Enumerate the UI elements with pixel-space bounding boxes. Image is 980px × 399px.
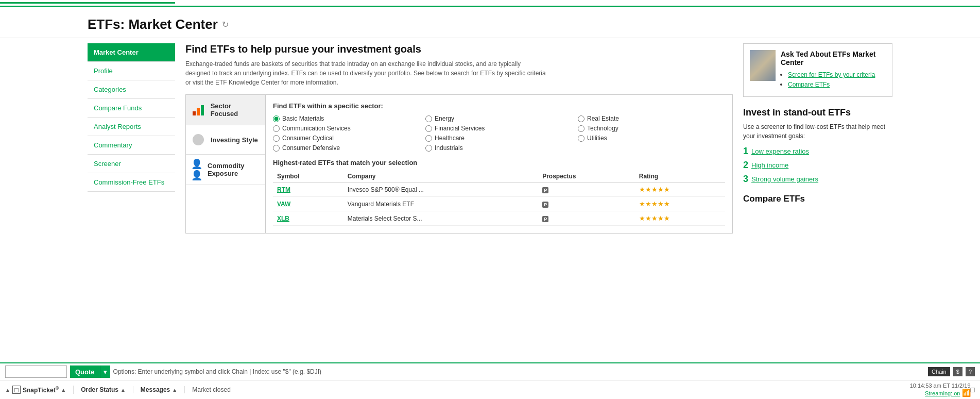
sector-panel-title: Find ETFs within a specific sector:	[273, 102, 725, 110]
etf-box: Sector Focused Investing Style 👤👤 Commod…	[185, 94, 733, 234]
radio-utilities[interactable]: Utilities	[578, 135, 725, 142]
invest-link-low-expense[interactable]: Low expense ratios	[751, 147, 809, 155]
prospectus-icon-xlb[interactable]: P	[542, 216, 548, 222]
people-icon: 👤👤	[191, 158, 202, 181]
radio-label-basic-materials: Basic Materials	[282, 115, 324, 122]
invest-item-3: 3 Strong volume gainers	[743, 174, 892, 185]
sector-focused-icon	[191, 103, 205, 117]
radio-label-real-estate: Real Estate	[587, 115, 619, 122]
radio-input-industrials[interactable]	[425, 145, 432, 152]
radio-label-utilities: Utilities	[587, 135, 607, 142]
radio-label-consumer-defensive: Consumer Defensive	[282, 144, 340, 152]
prospectus-icon-vaw[interactable]: P	[542, 202, 548, 208]
symbol-link-rtm[interactable]: RTM	[277, 186, 290, 193]
sidebar-item-profile[interactable]: Profile	[88, 62, 175, 80]
refresh-icon[interactable]: ↻	[222, 20, 229, 29]
bar-1	[193, 111, 196, 115]
category-list: Sector Focused Investing Style 👤👤 Commod…	[186, 95, 266, 233]
sidebar-item-market-center[interactable]: Market Center	[88, 43, 175, 62]
radio-input-utilities[interactable]	[578, 135, 584, 142]
top-progress-bar	[0, 0, 980, 7]
radio-label-communication-services: Communication Services	[282, 125, 351, 132]
bar-3	[201, 105, 204, 115]
sidebar-item-commentary[interactable]: Commentary	[88, 136, 175, 155]
col-symbol: Symbol	[273, 171, 343, 182]
highest-rated-title: Highest-rated ETFs that match your selec…	[273, 159, 725, 167]
etf-table-header: Symbol Company Prospectus Rating	[273, 171, 725, 182]
category-item-investing-style[interactable]: Investing Style	[186, 125, 265, 155]
ask-ted-content: Ask Ted About ETFs Market Center Screen …	[781, 50, 886, 90]
ted-avatar	[750, 50, 776, 81]
radio-input-technology[interactable]	[578, 125, 584, 132]
circle-icon	[193, 134, 204, 145]
category-label-sector-focused: Sector Focused	[211, 102, 260, 118]
radio-consumer-cyclical[interactable]: Consumer Cyclical	[273, 135, 420, 142]
sidebar-item-compare-funds[interactable]: Compare Funds	[88, 99, 175, 118]
radio-input-energy[interactable]	[425, 115, 432, 122]
prospectus-xlb: P	[538, 211, 635, 226]
category-item-sector-focused[interactable]: Sector Focused	[186, 95, 265, 125]
stars-xlb: ★★★★★	[639, 214, 670, 222]
radio-financial-services[interactable]: Financial Services	[425, 125, 573, 132]
etf-table: Symbol Company Prospectus Rating RTM Inv…	[273, 171, 725, 226]
radio-input-basic-materials[interactable]	[273, 115, 280, 122]
prospectus-rtm: P	[538, 182, 635, 197]
sector-radio-grid: Basic Materials Energy Real Estate Commu…	[273, 115, 725, 152]
symbol-rtm: RTM	[273, 182, 343, 197]
radio-input-real-estate[interactable]	[578, 115, 584, 122]
symbol-vaw: VAW	[273, 197, 343, 211]
sidebar-item-categories[interactable]: Categories	[88, 80, 175, 99]
symbol-link-xlb[interactable]: XLB	[277, 215, 289, 222]
prospectus-icon-rtm[interactable]: P	[542, 187, 548, 193]
rating-vaw: ★★★★★	[635, 197, 725, 211]
sidebar-item-commission-free[interactable]: Commission-Free ETFs	[88, 173, 175, 192]
radio-input-consumer-defensive[interactable]	[273, 145, 280, 152]
page-title-area: ETFs: Market Center ↻	[0, 7, 980, 38]
radio-label-industrials: Industrials	[435, 144, 463, 152]
company-xlb: Materials Select Sector S...	[343, 211, 538, 226]
symbol-xlb: XLB	[273, 211, 343, 226]
ask-ted-link-screen[interactable]: Screen for ETFs by your criteria	[788, 71, 875, 78]
invest-num-2: 2	[743, 160, 748, 171]
bar-chart-icon	[193, 104, 204, 115]
radio-industrials[interactable]: Industrials	[425, 144, 573, 152]
bar-2	[197, 108, 200, 115]
invest-desc: Use a screener to find low-cost ETFs tha…	[743, 122, 892, 141]
radio-consumer-defensive[interactable]: Consumer Defensive	[273, 144, 420, 152]
radio-label-technology: Technology	[587, 125, 618, 132]
invest-link-high-income[interactable]: High income	[751, 161, 788, 169]
ask-ted-link-compare[interactable]: Compare ETFs	[788, 81, 830, 88]
category-label-commodity: Commodity Exposure	[208, 162, 260, 177]
col-company: Company	[343, 171, 538, 182]
invest-link-volume-gainers[interactable]: Strong volume gainers	[751, 175, 818, 183]
invest-item-1: 1 Low expense ratios	[743, 146, 892, 157]
symbol-link-vaw[interactable]: VAW	[277, 201, 290, 208]
compare-etfs-title: Compare ETFs	[743, 194, 892, 204]
sidebar-item-screener[interactable]: Screener	[88, 155, 175, 173]
invest-title: Invest in stand-out ETFs	[743, 107, 892, 118]
ask-ted-title: Ask Ted About ETFs Market Center	[781, 50, 886, 66]
table-row: RTM Invesco S&P 500® Equal ... P ★★★★★	[273, 182, 725, 197]
radio-input-healthcare[interactable]	[425, 135, 432, 142]
main-content: Find ETFs to help pursue your investment…	[185, 38, 733, 234]
company-vaw: Vanguard Materials ETF	[343, 197, 538, 211]
col-rating: Rating	[635, 171, 725, 182]
find-etfs-header: Find ETFs to help pursue your investment…	[185, 43, 733, 55]
radio-input-consumer-cyclical[interactable]	[273, 135, 280, 142]
radio-communication-services[interactable]: Communication Services	[273, 125, 420, 132]
col-prospectus: Prospectus	[538, 171, 635, 182]
radio-input-communication-services[interactable]	[273, 125, 280, 132]
sidebar-item-analyst-reports[interactable]: Analyst Reports	[88, 118, 175, 136]
category-item-commodity-exposure[interactable]: 👤👤 Commodity Exposure	[186, 155, 265, 185]
radio-technology[interactable]: Technology	[578, 125, 725, 132]
radio-real-estate[interactable]: Real Estate	[578, 115, 725, 122]
radio-healthcare[interactable]: Healthcare	[425, 135, 573, 142]
invest-list: 1 Low expense ratios 2 High income 3 Str…	[743, 146, 892, 185]
radio-basic-materials[interactable]: Basic Materials	[273, 115, 420, 122]
radio-energy[interactable]: Energy	[425, 115, 573, 122]
invest-num-3: 3	[743, 174, 748, 185]
ask-ted-links: Screen for ETFs by your criteria Compare…	[781, 71, 886, 88]
radio-input-financial-services[interactable]	[425, 125, 432, 132]
ted-avatar-image	[750, 50, 776, 81]
stars-rtm: ★★★★★	[639, 186, 670, 193]
